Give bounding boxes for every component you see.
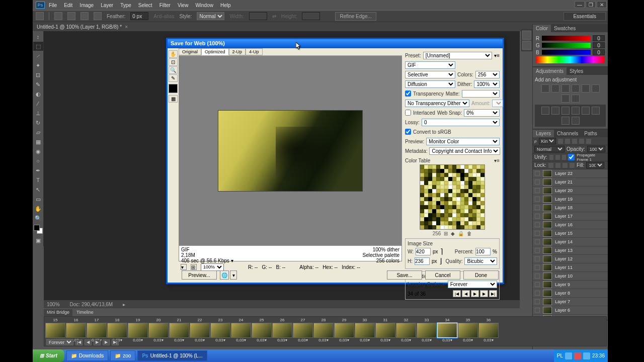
opt-icon[interactable] (80, 12, 89, 20)
layer-thumbnail[interactable] (543, 187, 552, 194)
opacity-select[interactable]: 100% (587, 146, 605, 152)
move-tool[interactable]: ↕ (33, 32, 43, 41)
tray-icon[interactable] (565, 352, 572, 359)
dock-icon[interactable] (522, 31, 531, 40)
menu-filter[interactable]: Filter (159, 3, 171, 8)
layer-row[interactable]: Layer 8 (533, 289, 608, 298)
frame-delay[interactable]: 0,03▾ (210, 338, 230, 342)
layer-row[interactable]: Layer 21 (533, 178, 608, 187)
frame-delay[interactable]: 0,03▾ (417, 338, 437, 342)
menu-view[interactable]: View (178, 3, 189, 8)
visibility-icon[interactable] (535, 274, 540, 279)
adjustment-icon[interactable] (541, 84, 549, 93)
adjustment-icon[interactable] (551, 84, 559, 93)
blend-mode-select[interactable]: Normal (534, 146, 565, 152)
frame-thumbnail[interactable] (231, 323, 251, 338)
adjustment-preset-icon[interactable] (592, 107, 600, 115)
adjustment-preset-icon[interactable] (541, 107, 549, 115)
layer-thumbnail[interactable] (543, 281, 552, 288)
btm-icon[interactable]: ▾ (181, 264, 187, 270)
layer-thumbnail[interactable] (543, 238, 552, 245)
visibility-icon[interactable] (535, 171, 540, 176)
visibility-icon[interactable] (535, 299, 540, 304)
r-slider[interactable] (542, 36, 591, 41)
menu-select[interactable]: Select (138, 3, 152, 8)
layer-row[interactable]: Layer 10 (533, 272, 608, 281)
tab-channels[interactable]: Channels (554, 130, 581, 137)
frame[interactable]: 350,03▾ (458, 318, 478, 342)
done-button[interactable]: Done (463, 270, 499, 280)
frame-thumbnail[interactable] (272, 323, 292, 338)
start-button[interactable]: ⊞Start (33, 349, 64, 362)
r-value[interactable]: 0 (593, 35, 605, 41)
filter-icon[interactable] (586, 139, 591, 144)
save-button[interactable]: Save... (387, 270, 422, 280)
visibility-icon[interactable] (535, 231, 540, 236)
dither-pct-select[interactable]: 100% (474, 80, 500, 88)
stamp-tool[interactable]: ⊥ (33, 109, 43, 118)
adjustment-preset-icon[interactable] (561, 107, 570, 115)
eyedropper-tool-icon[interactable]: ✎ (169, 74, 178, 82)
ct-icon[interactable]: ⊞ (444, 231, 448, 236)
path-tool[interactable]: ↖ (33, 185, 43, 194)
tab-swatches[interactable]: Swatches (551, 25, 579, 32)
lock-icon[interactable] (562, 163, 568, 168)
layer-row[interactable]: Layer 20 (533, 187, 608, 195)
tab-minibridge[interactable]: Mini Bridge (44, 309, 72, 316)
layer-row[interactable]: Layer 19 (533, 195, 608, 204)
layer-row[interactable]: Layer 7 (533, 298, 608, 306)
frame-delay[interactable]: 0,03▾ (437, 338, 457, 342)
frame-delay[interactable]: 0,03▾ (190, 338, 210, 342)
last-frame-button[interactable]: ▶| (489, 290, 497, 297)
layer-thumbnail[interactable] (543, 247, 552, 254)
layer-thumbnail[interactable] (543, 298, 552, 305)
frame-thumbnail[interactable] (87, 323, 107, 338)
color-table[interactable] (420, 164, 485, 230)
next-frame-button[interactable]: ▶ (103, 339, 110, 345)
visibility-icon[interactable] (535, 248, 540, 253)
frame-delay[interactable]: 0,03▾ (252, 338, 272, 342)
frame-thumbnail[interactable] (45, 323, 65, 338)
visibility-icon[interactable] (535, 308, 540, 313)
layer-thumbnail[interactable] (543, 196, 552, 203)
frame[interactable]: 310,03▾ (375, 318, 395, 342)
frame-thumbnail[interactable] (334, 323, 354, 338)
adjustment-icon[interactable] (592, 84, 600, 93)
layer-row[interactable]: Layer 22 (533, 169, 608, 178)
dialog-title[interactable]: Save for Web (100%) (168, 39, 503, 48)
frame[interactable]: 280,03▾ (313, 318, 334, 342)
tab-color[interactable]: Color (533, 25, 551, 32)
layer-thumbnail[interactable] (543, 255, 552, 262)
play-button[interactable]: ▶ (94, 339, 101, 345)
visibility-icon[interactable] (535, 205, 540, 210)
palette-select[interactable]: Selective (405, 71, 455, 78)
percent-input[interactable] (475, 248, 491, 255)
last-frame-button[interactable]: ▶| (112, 339, 119, 345)
btm-icon[interactable]: ⊞ (191, 264, 197, 270)
frame-delay[interactable]: 0,03▾ (313, 338, 334, 342)
adjustment-icon[interactable] (561, 95, 570, 103)
preview-button[interactable]: Preview... (182, 270, 217, 280)
frame-thumbnail[interactable] (355, 323, 375, 338)
layer-row[interactable]: Layer 12 (533, 255, 608, 263)
task-downloads[interactable]: 📁Downloads (66, 350, 108, 361)
hand-tool[interactable]: ✋ (33, 204, 43, 213)
browser-icon[interactable]: 🌐 (220, 270, 229, 280)
frame-delay[interactable]: 0,03▾ (128, 338, 148, 342)
refine-edge-button[interactable]: Refine Edge... (335, 12, 376, 21)
metadata-select[interactable]: Copyright and Contact Info (429, 147, 500, 155)
frame-delay[interactable]: 0,03▾ (148, 338, 169, 342)
next-frame-button[interactable]: ▶ (480, 290, 488, 297)
unify-icon[interactable] (562, 155, 567, 160)
filter-icon[interactable] (558, 139, 563, 144)
frame-delay[interactable]: 0,03▾ (334, 338, 354, 342)
lock-icon[interactable] (548, 163, 553, 168)
wand-tool[interactable]: ✦ (33, 61, 43, 70)
lock-icon[interactable] (570, 163, 575, 168)
layer-thumbnail[interactable] (543, 230, 552, 237)
opt-icon[interactable] (94, 12, 102, 20)
eyedropper-tool[interactable]: ✎ (33, 80, 43, 89)
hand-tool-icon[interactable]: ✋ (169, 50, 178, 58)
menu-edit[interactable]: Edit (64, 3, 72, 8)
frame[interactable]: 260,03▾ (272, 318, 292, 342)
